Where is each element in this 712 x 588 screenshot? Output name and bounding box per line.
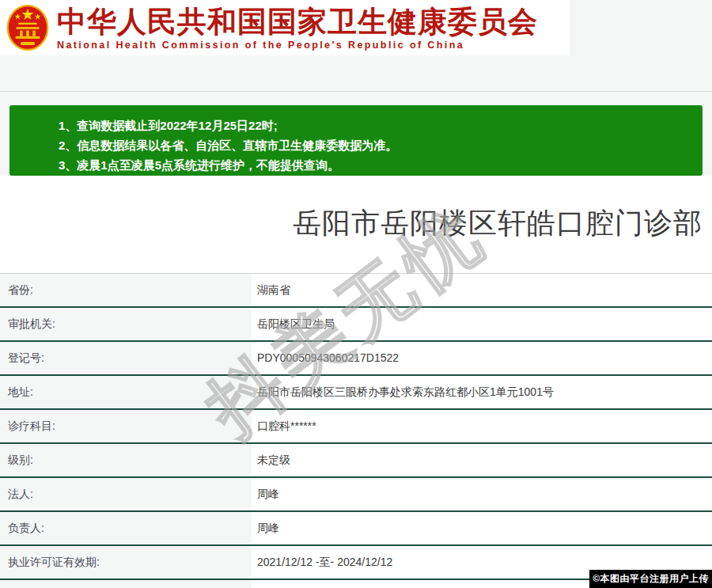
row-label: 执业许可证有效期: (0, 546, 252, 579)
row-value: 湖南省 (252, 274, 712, 306)
row-label: 地址: (0, 376, 252, 408)
site-titles: 中华人民共和国国家卫生健康委员会 National Health Commiss… (57, 6, 538, 51)
notice-line-1: 1、查询数据截止到2022年12月25日22时; (59, 116, 695, 135)
row-label: 级别: (0, 444, 252, 476)
notice-line-2: 2、信息数据结果以各省、自治区、直辖市卫生健康委数据为准。 (59, 135, 695, 155)
row-value: 岳阳楼区卫生局 (252, 308, 712, 340)
notice-line-3: 3、凌晨1点至凌晨5点系统进行维护，不能提供查询。 (59, 155, 695, 175)
row-value: 周峰 (252, 478, 712, 510)
table-row-province: 省份: 湖南省 (0, 274, 712, 308)
table-row-legal-person: 法人: 周峰 (0, 478, 712, 512)
site-title-chinese: 中华人民共和国国家卫生健康委员会 (57, 6, 538, 39)
table-row-address: 地址: 岳阳市岳阳楼区三眼桥办事处求索东路红都小区1单元1001号 (0, 376, 712, 410)
row-value: 口腔科****** (252, 410, 712, 442)
page: 中华人民共和国国家卫生健康委员会 National Health Commiss… (0, 0, 712, 588)
site-title-english: National Health Commission of the People… (57, 40, 538, 51)
row-value: 未定级 (252, 444, 712, 476)
table-row-person-in-charge: 负责人: 周峰 (0, 512, 712, 546)
row-value: PDY00050943060217D1522 (252, 342, 712, 374)
row-label: 省份: (0, 274, 252, 306)
row-label-empty (0, 580, 252, 588)
row-label: 诊疗科目: (0, 410, 252, 442)
table-row-treatment-subjects: 诊疗科目: 口腔科****** (0, 410, 712, 444)
table-row-registration-number: 登记号: PDY00050943060217D1522 (0, 342, 712, 376)
license-details-table: 省份: 湖南省 审批机关: 岳阳楼区卫生局 登记号: PDY0005094306… (0, 273, 712, 588)
table-row-level: 级别: 未定级 (0, 444, 712, 478)
row-label: 负责人: (0, 512, 252, 544)
table-row-approval-authority: 审批机关: 岳阳楼区卫生局 (0, 308, 712, 342)
notice-box: 1、查询数据截止到2022年12月25日22时; 2、信息数据结果以各省、自治区… (9, 105, 703, 176)
row-label: 登记号: (0, 342, 252, 374)
uploaded-by-user-tag: ©本图由平台注册用户上传 (589, 570, 712, 588)
row-value: 周峰 (252, 512, 712, 544)
site-header: 中华人民共和国国家卫生健康委员会 National Health Commiss… (0, 0, 570, 55)
national-emblem-icon (6, 4, 49, 51)
row-value: 岳阳市岳阳楼区三眼桥办事处求索东路红都小区1单元1001号 (252, 376, 712, 408)
row-label: 法人: (0, 478, 252, 510)
row-label: 审批机关: (0, 308, 252, 340)
header-divider-line (0, 91, 712, 92)
organization-title: 岳阳市岳阳楼区轩皓口腔门诊部 (0, 203, 703, 244)
